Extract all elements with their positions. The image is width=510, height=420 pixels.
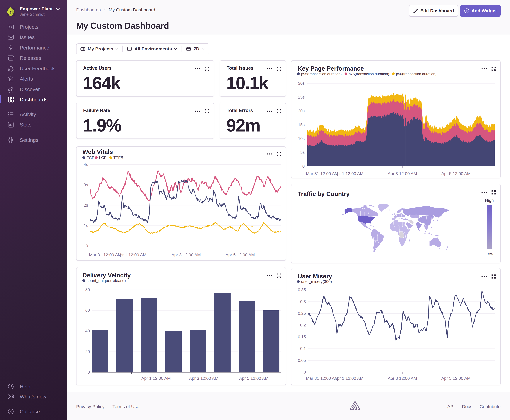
svg-text:Issues: Issues bbox=[20, 34, 35, 40]
svg-text:10.1k: 10.1k bbox=[226, 73, 269, 93]
svg-text:Projects: Projects bbox=[20, 24, 38, 30]
svg-text:3s: 3s bbox=[84, 183, 88, 187]
svg-text:0: 0 bbox=[86, 244, 88, 248]
svg-text:Mar 31 12:00 AM: Mar 31 12:00 AM bbox=[306, 171, 338, 176]
svg-text:p95(transaction.duration): p95(transaction.duration) bbox=[301, 72, 342, 76]
svg-text:15s: 15s bbox=[298, 122, 305, 127]
svg-text:Apr 5 12:00 AM: Apr 5 12:00 AM bbox=[441, 171, 471, 176]
svg-text:Settings: Settings bbox=[20, 137, 38, 143]
svg-text:Discover: Discover bbox=[20, 86, 40, 92]
svg-text:count_unique(release): count_unique(release) bbox=[87, 278, 126, 283]
svg-text:Traffic by Country: Traffic by Country bbox=[298, 191, 350, 197]
svg-text:0: 0 bbox=[88, 370, 90, 375]
svg-text:Total Issues: Total Issues bbox=[227, 66, 253, 71]
svg-text:Stats: Stats bbox=[20, 122, 31, 128]
svg-text:0.1: 0.1 bbox=[300, 346, 306, 351]
svg-text:60: 60 bbox=[85, 308, 90, 313]
svg-text:What's new: What's new bbox=[20, 394, 46, 399]
svg-text:p75(transaction.duration): p75(transaction.duration) bbox=[349, 72, 389, 76]
svg-text:Empower Plant: Empower Plant bbox=[20, 6, 53, 11]
svg-text:10s: 10s bbox=[298, 136, 305, 141]
svg-text:Apr 1 12:00 AM: Apr 1 12:00 AM bbox=[141, 376, 171, 381]
svg-text:30s: 30s bbox=[298, 81, 305, 86]
svg-text:0: 0 bbox=[302, 164, 305, 169]
svg-text:Apr 1 12:00 AM: Apr 1 12:00 AM bbox=[334, 376, 363, 381]
svg-text:Apr 3 12:00 AM: Apr 3 12:00 AM bbox=[171, 253, 201, 257]
svg-text:0.3: 0.3 bbox=[300, 300, 306, 304]
svg-text:164k: 164k bbox=[83, 73, 121, 93]
svg-text:Web Vitals: Web Vitals bbox=[82, 149, 113, 155]
svg-text:user_misery(300): user_misery(300) bbox=[301, 279, 332, 284]
svg-text:User Misery: User Misery bbox=[298, 273, 332, 279]
svg-text:0.35: 0.35 bbox=[298, 288, 306, 292]
svg-text:Apr 5 12:00 AM: Apr 5 12:00 AM bbox=[239, 376, 268, 381]
svg-text:0.05: 0.05 bbox=[298, 358, 306, 363]
svg-text:Mar 31 12:00 AM: Mar 31 12:00 AM bbox=[89, 253, 121, 257]
svg-text:5s: 5s bbox=[300, 150, 305, 155]
svg-text:Alerts: Alerts bbox=[20, 76, 33, 82]
svg-text:Mar 31 12:00 AM: Mar 31 12:00 AM bbox=[306, 376, 338, 381]
svg-text:Apr 5 12:00 AM: Apr 5 12:00 AM bbox=[225, 253, 255, 257]
svg-text:Failure Rate: Failure Rate bbox=[83, 108, 110, 113]
svg-text:Dashboards: Dashboards bbox=[20, 97, 47, 103]
svg-text:LCP: LCP bbox=[99, 155, 107, 160]
svg-text:Apr 1 12:00 AM: Apr 1 12:00 AM bbox=[334, 171, 363, 176]
svg-text:Apr 3 12:00 AM: Apr 3 12:00 AM bbox=[388, 171, 417, 176]
svg-text:92m: 92m bbox=[226, 116, 260, 135]
svg-text:Apr 3 12:00 AM: Apr 3 12:00 AM bbox=[388, 376, 417, 381]
svg-text:p50(transaction.duration): p50(transaction.duration) bbox=[396, 72, 436, 76]
svg-text:Apr 5 12:00 AM: Apr 5 12:00 AM bbox=[441, 376, 471, 381]
svg-text:40: 40 bbox=[85, 329, 90, 333]
svg-text:2s: 2s bbox=[84, 203, 88, 208]
svg-text:Apr 1 12:00 AM: Apr 1 12:00 AM bbox=[117, 253, 146, 257]
svg-text:Low: Low bbox=[485, 251, 493, 256]
svg-text:Help: Help bbox=[20, 384, 30, 390]
svg-text:Key Page Performance: Key Page Performance bbox=[298, 65, 364, 72]
svg-text:Delivery Velocity: Delivery Velocity bbox=[82, 272, 131, 279]
svg-text:1.9%: 1.9% bbox=[83, 116, 121, 135]
svg-text:User Feedback: User Feedback bbox=[20, 66, 55, 71]
svg-text:4s: 4s bbox=[84, 162, 88, 167]
svg-text:Performance: Performance bbox=[20, 45, 49, 51]
svg-text:20s: 20s bbox=[298, 109, 305, 113]
svg-text:Jane Schmidt: Jane Schmidt bbox=[20, 12, 45, 17]
svg-text:Activity: Activity bbox=[20, 112, 36, 117]
svg-text:FCP: FCP bbox=[87, 155, 94, 160]
svg-text:Apr 3 12:00 AM: Apr 3 12:00 AM bbox=[189, 376, 218, 381]
svg-text:20: 20 bbox=[85, 349, 90, 354]
svg-text:Releases: Releases bbox=[20, 55, 41, 61]
svg-text:0.15: 0.15 bbox=[298, 335, 306, 339]
svg-text:0: 0 bbox=[303, 370, 306, 375]
svg-text:0.2: 0.2 bbox=[300, 323, 306, 327]
svg-text:High: High bbox=[485, 198, 494, 203]
svg-text:25s: 25s bbox=[298, 95, 305, 99]
svg-text:TTFB: TTFB bbox=[113, 155, 123, 160]
svg-text:Total Errors: Total Errors bbox=[227, 108, 253, 113]
svg-text:Active Users: Active Users bbox=[83, 66, 112, 71]
svg-text:80: 80 bbox=[85, 287, 90, 292]
svg-text:1s: 1s bbox=[84, 223, 88, 228]
svg-text:0.25: 0.25 bbox=[298, 311, 306, 316]
svg-text:Collapse: Collapse bbox=[20, 409, 40, 414]
